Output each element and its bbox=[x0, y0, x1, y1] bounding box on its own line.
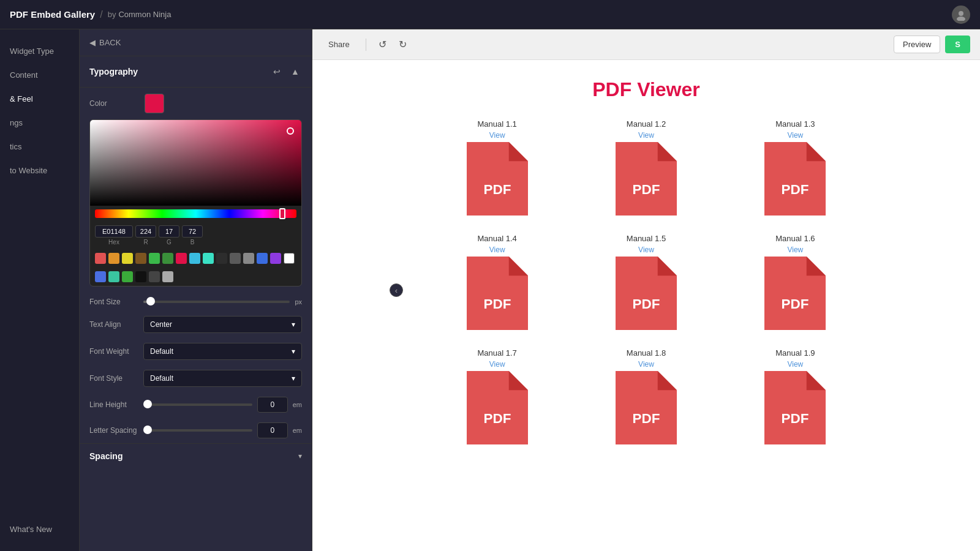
pdf-item-5: Manual 1.5 View PDF bbox=[581, 234, 711, 330]
typography-section-header: Typography ↩ ▲ bbox=[80, 56, 312, 88]
color-swatches-row bbox=[90, 249, 301, 268]
sidebar-item-analytics[interactable]: tics bbox=[0, 135, 79, 159]
pdf-link-6[interactable]: View bbox=[787, 246, 803, 254]
swatch-green-light[interactable] bbox=[149, 253, 160, 264]
letter-spacing-input[interactable] bbox=[257, 422, 288, 438]
sidebar-item-settings[interactable]: ngs bbox=[0, 111, 79, 135]
color-gradient[interactable] bbox=[90, 120, 301, 206]
panel-collapse-button[interactable]: ‹ bbox=[390, 283, 403, 297]
redo-icon[interactable]: ↻ bbox=[396, 36, 409, 53]
spacing-arrow-icon: ▾ bbox=[298, 452, 302, 460]
reset-icon[interactable]: ↩ bbox=[270, 65, 284, 78]
swatch-dark[interactable] bbox=[216, 253, 227, 264]
swatch-yellow[interactable] bbox=[122, 253, 133, 264]
swatch-orange[interactable] bbox=[108, 253, 119, 264]
swatch-cyan[interactable] bbox=[189, 253, 200, 264]
font-style-label: Font Style bbox=[89, 374, 138, 383]
preview-toolbar: Share ↺ ↻ Preview S bbox=[312, 29, 980, 60]
sidebar-item-content[interactable]: Content bbox=[0, 63, 79, 87]
swatch-green2[interactable] bbox=[122, 271, 133, 282]
pdf-link-9[interactable]: View bbox=[787, 360, 803, 369]
swatch-lightgray[interactable] bbox=[162, 271, 173, 282]
collapse-icon[interactable]: ▲ bbox=[288, 65, 302, 78]
pdf-item-3: Manual 1.3 View PDF bbox=[730, 119, 861, 216]
font-size-slider[interactable] bbox=[143, 301, 290, 303]
sidebar-whats-new[interactable]: What's New bbox=[0, 517, 79, 541]
save-button[interactable]: S bbox=[945, 36, 970, 53]
pdf-link-7[interactable]: View bbox=[489, 360, 505, 369]
r-input[interactable] bbox=[135, 225, 156, 238]
swatch-teal[interactable] bbox=[203, 253, 214, 264]
font-size-unit: px bbox=[295, 298, 302, 305]
sidebar-item-widget-type[interactable]: Widget Type bbox=[0, 39, 79, 63]
sidebar-item-to-website[interactable]: to Website bbox=[0, 159, 79, 182]
pdf-title-3: Manual 1.3 bbox=[775, 119, 815, 129]
hue-strip[interactable] bbox=[95, 209, 296, 218]
svg-marker-16 bbox=[658, 257, 677, 276]
swatch-red[interactable] bbox=[95, 253, 106, 264]
pdf-link-3[interactable]: View bbox=[787, 131, 803, 140]
back-button[interactable]: ◀ BACK bbox=[80, 29, 312, 56]
swatch-teal2[interactable] bbox=[108, 271, 119, 282]
swatch-blue2[interactable] bbox=[95, 271, 106, 282]
color-swatch[interactable] bbox=[145, 94, 164, 113]
font-style-arrow: ▾ bbox=[292, 374, 295, 383]
svg-marker-10 bbox=[807, 142, 826, 161]
text-align-select[interactable]: Center ▾ bbox=[143, 316, 302, 333]
app-title: PDF Embed Gallery bbox=[10, 9, 95, 20]
pdf-title-2: Manual 1.2 bbox=[627, 119, 666, 129]
swatch-white[interactable] bbox=[284, 253, 295, 264]
preview-button[interactable]: Preview bbox=[894, 36, 940, 53]
typography-icons: ↩ ▲ bbox=[270, 65, 302, 78]
pdf-item-8: Manual 1.8 View PDF bbox=[581, 348, 711, 444]
swatch-blue[interactable] bbox=[257, 253, 268, 264]
line-height-input[interactable] bbox=[257, 397, 288, 413]
b-input[interactable] bbox=[182, 225, 203, 238]
svg-marker-25 bbox=[658, 371, 677, 390]
svg-marker-28 bbox=[807, 371, 826, 390]
color-label: Color bbox=[89, 99, 138, 108]
swatch-pink[interactable] bbox=[176, 253, 187, 264]
pdf-link-5[interactable]: View bbox=[638, 246, 654, 254]
topbar: PDF Embed Gallery / by Common Ninja bbox=[0, 0, 980, 29]
swatch-gray-dark[interactable] bbox=[230, 253, 241, 264]
g-input[interactable] bbox=[159, 225, 179, 238]
letter-spacing-label: Letter Spacing bbox=[89, 426, 138, 435]
undo-icon[interactable]: ↺ bbox=[376, 36, 389, 53]
sidebar-item-look-feel[interactable]: & Feel bbox=[0, 87, 79, 111]
hex-input[interactable] bbox=[95, 225, 133, 238]
pdf-icon-5: PDF bbox=[616, 257, 677, 330]
pdf-title-4: Manual 1.4 bbox=[478, 234, 517, 243]
pdf-link-1[interactable]: View bbox=[489, 131, 505, 140]
pdf-link-4[interactable]: View bbox=[489, 246, 505, 254]
toolbar-separator bbox=[366, 39, 366, 51]
pdf-icon-7: PDF bbox=[467, 371, 528, 444]
font-weight-label: Font Weight bbox=[89, 347, 138, 356]
swatch-gray[interactable] bbox=[243, 253, 254, 264]
font-weight-arrow: ▾ bbox=[292, 347, 295, 356]
swatch-gray2[interactable] bbox=[149, 271, 160, 282]
swatch-black[interactable] bbox=[135, 271, 146, 282]
r-input-group: R bbox=[135, 225, 156, 246]
topbar-right bbox=[952, 6, 970, 24]
pdf-link-2[interactable]: View bbox=[638, 131, 654, 140]
share-button[interactable]: Share bbox=[322, 37, 356, 51]
pdf-title-7: Manual 1.7 bbox=[478, 348, 517, 358]
spacing-section[interactable]: Spacing ▾ bbox=[80, 443, 312, 468]
font-size-label: Font Size bbox=[89, 298, 138, 306]
topbar-brand: Common Ninja bbox=[118, 10, 171, 19]
letter-spacing-slider[interactable] bbox=[143, 429, 252, 432]
text-align-arrow: ▾ bbox=[292, 320, 295, 329]
swatch-green[interactable] bbox=[162, 253, 173, 264]
pdf-link-8[interactable]: View bbox=[638, 360, 654, 369]
g-input-group: G bbox=[159, 225, 179, 246]
hex-label: Hex bbox=[108, 239, 119, 246]
back-arrow-icon: ◀ bbox=[89, 38, 96, 47]
swatch-purple[interactable] bbox=[270, 253, 281, 264]
line-height-slider[interactable] bbox=[143, 403, 252, 406]
color-gradient-dot bbox=[287, 127, 294, 135]
pdf-icon-9: PDF bbox=[764, 371, 826, 444]
font-style-select[interactable]: Default ▾ bbox=[143, 370, 302, 387]
font-weight-select[interactable]: Default ▾ bbox=[143, 343, 302, 360]
swatch-brown[interactable] bbox=[135, 253, 146, 264]
